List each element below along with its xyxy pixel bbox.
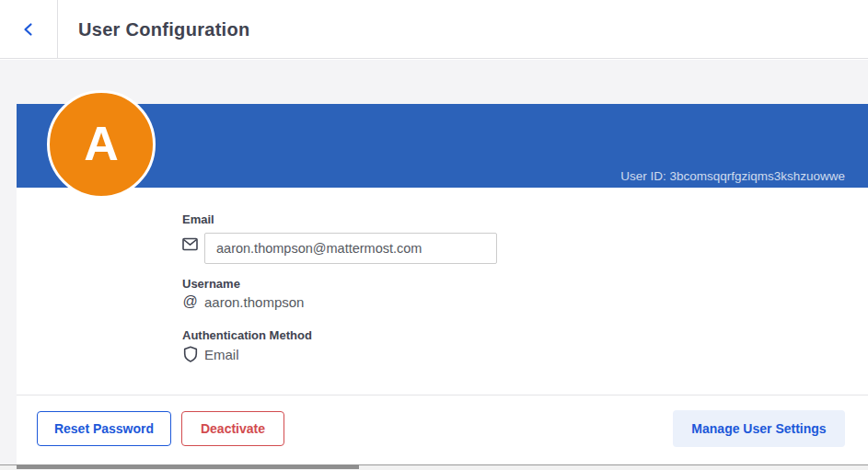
avatar-initial: A — [84, 120, 119, 167]
username-label: Username — [182, 277, 240, 291]
email-input[interactable] — [204, 233, 497, 264]
top-header-bar: User Configuration — [0, 0, 868, 59]
shield-icon — [182, 346, 198, 361]
back-button[interactable] — [12, 13, 45, 46]
user-configuration-screen: User Configuration User ID: 3bcomsqqrfgz… — [0, 0, 868, 470]
header-divider — [57, 0, 58, 59]
username-value: aaron.thompson — [204, 294, 304, 310]
auth-method-label: Authentication Method — [182, 328, 312, 342]
page-title: User Configuration — [78, 18, 250, 40]
avatar: A — [47, 90, 156, 199]
user-profile-card: User ID: 3bcomsqqrfgziqms3kshzuowwe A Em… — [17, 104, 868, 464]
user-id-text: User ID: 3bcomsqqrfgziqms3kshzuowwe — [620, 169, 845, 183]
horizontal-scrollbar-thumb[interactable] — [17, 464, 359, 469]
manage-user-settings-button[interactable]: Manage User Settings — [673, 410, 845, 447]
chevron-left-icon — [21, 22, 36, 37]
at-sign-icon: @ — [182, 293, 198, 309]
envelope-icon — [182, 236, 198, 252]
deactivate-button[interactable]: Deactivate — [181, 411, 284, 446]
auth-method-value: Email — [204, 347, 239, 362]
email-label: Email — [182, 212, 214, 226]
footer-divider — [17, 395, 868, 395]
reset-password-button[interactable]: Reset Password — [37, 411, 171, 446]
